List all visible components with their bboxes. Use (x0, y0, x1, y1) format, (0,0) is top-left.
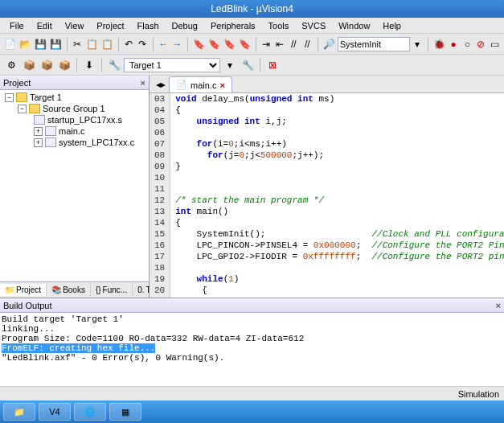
code-line[interactable]: void delay_ms(unsigned int ms) (175, 93, 504, 105)
tree-file[interactable]: + main.c (2, 125, 147, 137)
new-file-icon[interactable]: 📄 (3, 36, 17, 52)
redo-icon[interactable]: ↷ (137, 36, 149, 52)
code-line[interactable]: { (175, 105, 504, 116)
code-line[interactable]: { (175, 285, 504, 296)
find-icon[interactable]: 🔎 (322, 36, 336, 52)
code-line[interactable]: LPC_PINCON->PINSEL4 = 0x000000; //Config… (175, 240, 504, 251)
task-explorer-icon[interactable]: 📁 (3, 403, 35, 421)
code-lines[interactable]: void delay_ms(unsigned int ms){ unsigned… (170, 93, 504, 298)
download-icon[interactable]: ⬇ (81, 57, 97, 73)
menu-file[interactable]: File (3, 19, 31, 32)
collapse-icon[interactable]: − (18, 105, 27, 113)
menu-flash[interactable]: Flash (131, 19, 166, 32)
code-line[interactable]: /* start the main program */ (175, 195, 504, 206)
output-line[interactable]: "LedBlink.axf" - 0 Error(s), 0 Warning(s… (2, 353, 502, 363)
menu-view[interactable]: View (59, 19, 91, 32)
menu-tools[interactable]: Tools (262, 19, 296, 32)
code-line[interactable]: LPC_GPIO2->FIODIR = 0xffffffff; //Config… (175, 251, 504, 262)
editor-tab-main[interactable]: 📄 main.c × (169, 76, 232, 92)
menu-project[interactable]: Project (90, 19, 130, 32)
open-file-icon[interactable]: 📂 (18, 36, 32, 52)
window-icon[interactable]: ▭ (489, 36, 501, 52)
bookmark-next-icon[interactable]: 🔖 (223, 36, 236, 52)
tab-nav-icon[interactable]: ◂▸ (153, 76, 169, 92)
close-icon[interactable]: × (496, 301, 501, 310)
target-options-icon[interactable]: 🔧 (106, 57, 122, 73)
separator (67, 37, 68, 51)
breakpoint-kill-icon[interactable]: ⊘ (475, 36, 487, 52)
menu-edit[interactable]: Edit (31, 19, 59, 32)
close-icon[interactable]: × (141, 78, 145, 88)
output-line[interactable]: Program Size: Code=1100 RO-data=332 RW-d… (2, 334, 502, 343)
expand-icon[interactable]: + (34, 138, 43, 147)
output-line[interactable]: FromELF: creating hex file... (2, 343, 502, 353)
tree-group[interactable]: − Source Group 1 (2, 103, 147, 114)
stop-build-icon[interactable]: ⊠ (264, 57, 281, 73)
target-combo[interactable]: Target 1 (124, 58, 220, 72)
task-app-icon[interactable]: ▦ (109, 403, 141, 421)
code-line[interactable]: for(i=0;i<ms;i++) (175, 138, 504, 150)
breakpoint-disable-icon[interactable]: ○ (461, 36, 473, 52)
comment-icon[interactable]: // (288, 36, 300, 52)
indent-icon[interactable]: ⇥ (260, 36, 272, 52)
menu-debug[interactable]: Debug (166, 19, 204, 32)
task-chrome-icon[interactable]: 🌐 (74, 403, 106, 421)
nav-fwd-icon[interactable]: → (171, 36, 183, 52)
bookmark-icon[interactable]: 🔖 (192, 36, 206, 52)
code-line[interactable] (175, 262, 504, 273)
menu-help[interactable]: Help (376, 19, 408, 32)
debug-icon[interactable]: 🐞 (432, 36, 446, 52)
tree-file[interactable]: startup_LPC17xx.s (2, 114, 147, 125)
cut-icon[interactable]: ✂ (72, 36, 84, 52)
build-icon[interactable]: 📦 (21, 57, 37, 73)
nav-back-icon[interactable]: ← (158, 36, 170, 52)
options-icon[interactable]: 🔧 (240, 57, 256, 73)
breakpoint-icon[interactable]: ● (448, 36, 460, 52)
menu-window[interactable]: Window (332, 19, 376, 32)
task-uvision-icon[interactable]: V4 (39, 403, 71, 421)
code-line[interactable] (175, 183, 504, 195)
code-line[interactable] (175, 127, 504, 138)
code-line[interactable]: int main() (175, 206, 504, 217)
undo-icon[interactable]: ↶ (123, 36, 135, 52)
bookmark-prev-icon[interactable]: 🔖 (207, 36, 221, 52)
find-combo[interactable] (338, 37, 410, 51)
translate-icon[interactable]: ⚙ (3, 57, 19, 73)
menu-peripherals[interactable]: Peripherals (204, 19, 262, 32)
uncomment-icon[interactable]: // (301, 36, 313, 52)
tab-project[interactable]: 📁 Project (0, 284, 47, 296)
batch-build-icon[interactable]: 📦 (56, 57, 72, 73)
tab-books[interactable]: 📚 Books (47, 284, 91, 296)
expand-icon[interactable]: + (34, 127, 43, 136)
manage-targets-icon[interactable]: ▾ (222, 57, 238, 73)
code-line[interactable]: } (175, 161, 504, 172)
code-editor[interactable]: 0304050607080910111213141516171819202122… (150, 93, 504, 298)
tree-file[interactable]: + system_LPC17xx.c (2, 137, 147, 148)
build-output-body[interactable]: Build target 'Target 1'linking...Program… (0, 313, 504, 386)
outdent-icon[interactable]: ⇤ (274, 36, 286, 52)
save-all-icon[interactable]: 💾 (49, 36, 63, 52)
close-icon[interactable]: × (219, 80, 224, 90)
tree-target[interactable]: − Target 1 (2, 92, 147, 103)
project-tree[interactable]: − Target 1 − Source Group 1 startup_LPC1… (0, 90, 149, 281)
code-line[interactable]: for(j=0;j<500000;j++); (175, 150, 504, 161)
rebuild-icon[interactable]: 📦 (39, 57, 55, 73)
collapse-icon[interactable]: − (5, 93, 14, 102)
save-icon[interactable]: 💾 (34, 36, 47, 52)
copy-icon[interactable]: 📋 (85, 36, 99, 52)
menu-svcs[interactable]: SVCS (295, 19, 332, 32)
code-line[interactable]: { (175, 217, 504, 228)
tab-functions[interactable]: {} Func... (91, 284, 133, 296)
code-line[interactable] (175, 172, 504, 183)
paste-icon[interactable]: 📋 (100, 36, 114, 52)
output-line-selected[interactable]: FromELF: creating hex file... (2, 343, 155, 353)
output-line[interactable]: linking... (2, 324, 502, 334)
output-line[interactable]: Build target 'Target 1' (2, 314, 502, 324)
status-mode: Simulation (458, 389, 499, 399)
code-line[interactable]: SystemInit(); //Clock and PLL configurat… (175, 228, 504, 240)
bookmark-clear-icon[interactable]: 🔖 (238, 36, 252, 52)
code-line[interactable]: while(1) (175, 273, 504, 285)
separator (187, 37, 188, 51)
find-dropdown-icon[interactable]: ▾ (412, 36, 424, 52)
code-line[interactable]: unsigned int i,j; (175, 116, 504, 127)
